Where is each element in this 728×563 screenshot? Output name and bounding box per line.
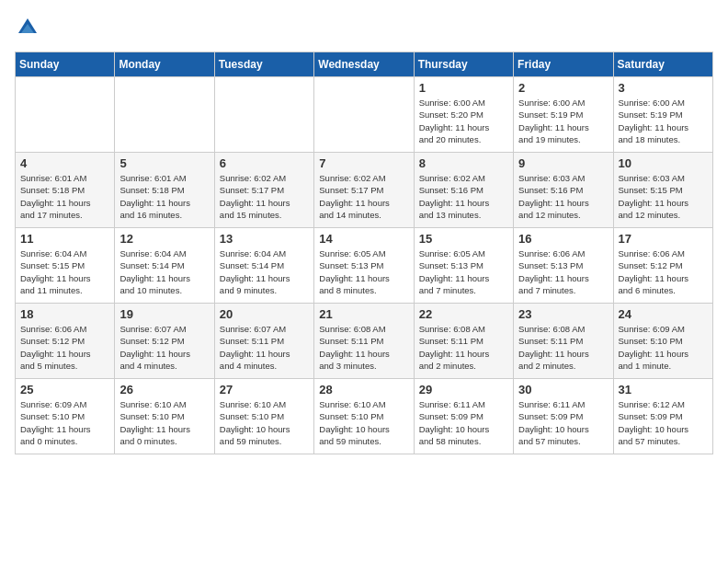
calendar-cell: 12Sunrise: 6:04 AM Sunset: 5:14 PM Dayli… bbox=[115, 228, 214, 304]
day-number: 12 bbox=[119, 232, 209, 246]
calendar-cell: 20Sunrise: 6:07 AM Sunset: 5:11 PM Dayli… bbox=[214, 304, 313, 379]
calendar-table: SundayMondayTuesdayWednesdayThursdayFrid… bbox=[15, 52, 713, 454]
calendar-cell: 29Sunrise: 6:11 AM Sunset: 5:09 PM Dayli… bbox=[414, 379, 513, 454]
logo-icon bbox=[15, 15, 40, 40]
day-number: 20 bbox=[220, 307, 309, 321]
day-info: Sunrise: 6:01 AM Sunset: 5:18 PM Dayligh… bbox=[20, 172, 109, 221]
calendar-cell: 8Sunrise: 6:02 AM Sunset: 5:16 PM Daylig… bbox=[414, 153, 513, 228]
day-number: 1 bbox=[419, 81, 508, 95]
calendar-cell: 15Sunrise: 6:05 AM Sunset: 5:13 PM Dayli… bbox=[414, 228, 513, 304]
calendar-cell: 30Sunrise: 6:11 AM Sunset: 5:09 PM Dayli… bbox=[514, 379, 613, 454]
calendar-cell bbox=[314, 77, 414, 153]
day-number: 5 bbox=[119, 156, 209, 170]
calendar-cell: 31Sunrise: 6:12 AM Sunset: 5:09 PM Dayli… bbox=[613, 379, 712, 454]
day-info: Sunrise: 6:02 AM Sunset: 5:17 PM Dayligh… bbox=[319, 172, 408, 221]
header-thursday: Thursday bbox=[414, 52, 513, 77]
page-header bbox=[15, 15, 713, 40]
calendar-cell: 14Sunrise: 6:05 AM Sunset: 5:13 PM Dayli… bbox=[314, 228, 414, 304]
calendar-cell: 26Sunrise: 6:10 AM Sunset: 5:10 PM Dayli… bbox=[115, 379, 214, 454]
calendar-cell bbox=[115, 77, 214, 153]
week-row-1: 4Sunrise: 6:01 AM Sunset: 5:18 PM Daylig… bbox=[16, 153, 713, 228]
day-info: Sunrise: 6:05 AM Sunset: 5:13 PM Dayligh… bbox=[319, 247, 408, 296]
day-number: 23 bbox=[518, 307, 608, 321]
calendar-cell: 19Sunrise: 6:07 AM Sunset: 5:12 PM Dayli… bbox=[115, 304, 214, 379]
header-sunday: Sunday bbox=[16, 52, 115, 77]
calendar-body: 1Sunrise: 6:00 AM Sunset: 5:20 PM Daylig… bbox=[16, 77, 713, 454]
day-info: Sunrise: 6:06 AM Sunset: 5:12 PM Dayligh… bbox=[20, 323, 109, 372]
calendar-cell: 25Sunrise: 6:09 AM Sunset: 5:10 PM Dayli… bbox=[16, 379, 115, 454]
day-number: 17 bbox=[619, 232, 708, 246]
day-info: Sunrise: 6:00 AM Sunset: 5:20 PM Dayligh… bbox=[419, 97, 508, 145]
day-number: 14 bbox=[319, 232, 408, 246]
day-info: Sunrise: 6:05 AM Sunset: 5:13 PM Dayligh… bbox=[419, 247, 508, 296]
day-number: 22 bbox=[419, 307, 508, 321]
day-number: 10 bbox=[619, 156, 708, 170]
day-info: Sunrise: 6:12 AM Sunset: 5:09 PM Dayligh… bbox=[619, 398, 708, 447]
day-number: 13 bbox=[220, 232, 309, 246]
calendar-cell: 16Sunrise: 6:06 AM Sunset: 5:13 PM Dayli… bbox=[514, 228, 613, 304]
calendar-cell bbox=[16, 77, 115, 153]
calendar-cell: 13Sunrise: 6:04 AM Sunset: 5:14 PM Dayli… bbox=[214, 228, 313, 304]
week-row-4: 25Sunrise: 6:09 AM Sunset: 5:10 PM Dayli… bbox=[16, 379, 713, 454]
day-info: Sunrise: 6:06 AM Sunset: 5:12 PM Dayligh… bbox=[619, 247, 708, 296]
day-number: 16 bbox=[518, 232, 608, 246]
calendar-cell: 10Sunrise: 6:03 AM Sunset: 5:15 PM Dayli… bbox=[613, 153, 712, 228]
calendar-cell: 9Sunrise: 6:03 AM Sunset: 5:16 PM Daylig… bbox=[514, 153, 613, 228]
header-wednesday: Wednesday bbox=[314, 52, 414, 77]
week-row-3: 18Sunrise: 6:06 AM Sunset: 5:12 PM Dayli… bbox=[16, 304, 713, 379]
calendar-cell: 2Sunrise: 6:00 AM Sunset: 5:19 PM Daylig… bbox=[514, 77, 613, 153]
day-info: Sunrise: 6:09 AM Sunset: 5:10 PM Dayligh… bbox=[619, 323, 708, 372]
calendar-cell: 23Sunrise: 6:08 AM Sunset: 5:11 PM Dayli… bbox=[514, 304, 613, 379]
calendar-cell: 4Sunrise: 6:01 AM Sunset: 5:18 PM Daylig… bbox=[16, 153, 115, 228]
day-number: 3 bbox=[619, 81, 708, 95]
day-info: Sunrise: 6:07 AM Sunset: 5:12 PM Dayligh… bbox=[119, 323, 209, 372]
day-info: Sunrise: 6:00 AM Sunset: 5:19 PM Dayligh… bbox=[518, 97, 608, 145]
calendar-cell: 22Sunrise: 6:08 AM Sunset: 5:11 PM Dayli… bbox=[414, 304, 513, 379]
header-friday: Friday bbox=[514, 52, 613, 77]
calendar-cell: 3Sunrise: 6:00 AM Sunset: 5:19 PM Daylig… bbox=[613, 77, 712, 153]
day-info: Sunrise: 6:08 AM Sunset: 5:11 PM Dayligh… bbox=[319, 323, 408, 372]
day-info: Sunrise: 6:01 AM Sunset: 5:18 PM Dayligh… bbox=[119, 172, 209, 221]
day-number: 4 bbox=[20, 156, 109, 170]
day-info: Sunrise: 6:02 AM Sunset: 5:17 PM Dayligh… bbox=[220, 172, 309, 221]
day-number: 27 bbox=[220, 383, 309, 396]
day-number: 19 bbox=[119, 307, 209, 321]
day-info: Sunrise: 6:10 AM Sunset: 5:10 PM Dayligh… bbox=[220, 398, 309, 447]
header-monday: Monday bbox=[115, 52, 214, 77]
day-number: 28 bbox=[319, 383, 408, 396]
day-number: 11 bbox=[20, 232, 109, 246]
day-number: 2 bbox=[518, 81, 608, 95]
day-number: 6 bbox=[220, 156, 309, 170]
day-info: Sunrise: 6:07 AM Sunset: 5:11 PM Dayligh… bbox=[220, 323, 309, 372]
day-info: Sunrise: 6:10 AM Sunset: 5:10 PM Dayligh… bbox=[319, 398, 408, 447]
day-info: Sunrise: 6:03 AM Sunset: 5:15 PM Dayligh… bbox=[619, 172, 708, 221]
day-number: 26 bbox=[119, 383, 209, 396]
calendar-cell: 27Sunrise: 6:10 AM Sunset: 5:10 PM Dayli… bbox=[214, 379, 313, 454]
day-info: Sunrise: 6:11 AM Sunset: 5:09 PM Dayligh… bbox=[518, 398, 608, 447]
day-number: 21 bbox=[319, 307, 408, 321]
day-info: Sunrise: 6:04 AM Sunset: 5:14 PM Dayligh… bbox=[220, 247, 309, 296]
day-number: 25 bbox=[20, 383, 109, 396]
day-number: 7 bbox=[319, 156, 408, 170]
logo bbox=[15, 15, 44, 40]
day-info: Sunrise: 6:09 AM Sunset: 5:10 PM Dayligh… bbox=[20, 398, 109, 447]
day-number: 18 bbox=[20, 307, 109, 321]
calendar-cell bbox=[214, 77, 313, 153]
day-info: Sunrise: 6:00 AM Sunset: 5:19 PM Dayligh… bbox=[619, 97, 708, 145]
calendar-cell: 18Sunrise: 6:06 AM Sunset: 5:12 PM Dayli… bbox=[16, 304, 115, 379]
day-number: 15 bbox=[419, 232, 508, 246]
day-info: Sunrise: 6:08 AM Sunset: 5:11 PM Dayligh… bbox=[419, 323, 508, 372]
week-row-0: 1Sunrise: 6:00 AM Sunset: 5:20 PM Daylig… bbox=[16, 77, 713, 153]
day-number: 8 bbox=[419, 156, 508, 170]
day-info: Sunrise: 6:10 AM Sunset: 5:10 PM Dayligh… bbox=[119, 398, 209, 447]
day-info: Sunrise: 6:02 AM Sunset: 5:16 PM Dayligh… bbox=[419, 172, 508, 221]
day-info: Sunrise: 6:04 AM Sunset: 5:14 PM Dayligh… bbox=[119, 247, 209, 296]
header-tuesday: Tuesday bbox=[214, 52, 313, 77]
calendar-cell: 28Sunrise: 6:10 AM Sunset: 5:10 PM Dayli… bbox=[314, 379, 414, 454]
header-saturday: Saturday bbox=[613, 52, 712, 77]
calendar-cell: 11Sunrise: 6:04 AM Sunset: 5:15 PM Dayli… bbox=[16, 228, 115, 304]
day-number: 30 bbox=[518, 383, 608, 396]
calendar-cell: 1Sunrise: 6:00 AM Sunset: 5:20 PM Daylig… bbox=[414, 77, 513, 153]
calendar-cell: 21Sunrise: 6:08 AM Sunset: 5:11 PM Dayli… bbox=[314, 304, 414, 379]
calendar-cell: 7Sunrise: 6:02 AM Sunset: 5:17 PM Daylig… bbox=[314, 153, 414, 228]
